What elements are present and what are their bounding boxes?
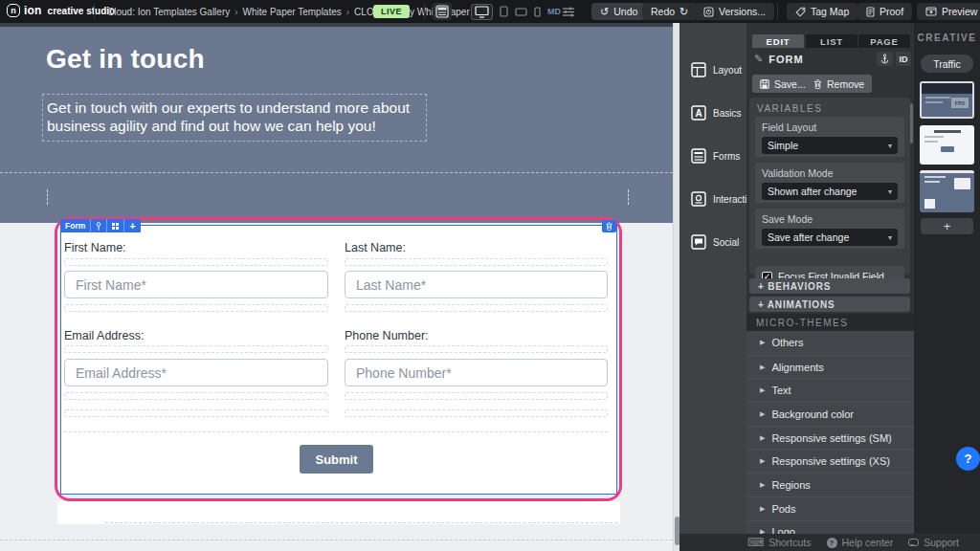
tool-forms[interactable]: Forms [691,148,740,164]
last-name-input[interactable] [345,271,608,298]
behaviors-collapse-bar[interactable]: + BEHAVIORS [749,278,910,294]
micro-theme-item[interactable]: ▶Responsive settings (SM) [746,426,914,450]
field-label[interactable]: Last Name: [345,241,406,254]
save-button[interactable]: Save... [752,75,813,93]
micro-theme-item[interactable]: ▶Background color [746,402,914,426]
submit-button[interactable]: Submit [300,445,373,474]
chevron-right-icon: ▶ [760,434,765,442]
tool-social[interactable]: Social [691,234,739,250]
undo-button[interactable]: ↺ Undo [591,3,646,20]
field-layout-select[interactable]: Simple ▾ [762,137,898,154]
page-thumbnail[interactable] [920,125,974,165]
preview-button[interactable]: Preview [917,3,980,20]
canvas-scrollbar[interactable] [673,23,679,551]
help-fab-button[interactable]: ? [956,447,980,471]
traffic-button[interactable]: Traffic [921,55,973,73]
desktop-device-icon[interactable] [471,4,493,20]
breadcrumb-item[interactable]: White Paper Templates [243,7,342,17]
save-mode-select[interactable]: Save after change ▾ [762,229,898,246]
settings-sliders-icon[interactable] [560,3,577,20]
versions-button[interactable]: Versions... [695,3,774,20]
keyboard-icon: ⌨ [747,536,764,549]
hero-heading[interactable]: Get in touch [46,44,205,75]
empty-slot[interactable] [64,304,328,312]
empty-slot[interactable] [345,304,608,312]
animations-collapse-bar[interactable]: + ANIMATIONS [749,297,910,312]
add-element-icon[interactable]: + [123,219,140,232]
hero-section[interactable]: Get in touch Get in touch with our exper… [0,23,673,223]
micro-theme-item[interactable]: ▶Pods [746,496,914,520]
micro-theme-item[interactable]: ▶Alignments [746,355,914,379]
form-element-tab[interactable]: Form + [60,219,141,232]
panel-toggle-icon[interactable] [433,3,452,20]
form-divider-dashed [64,431,608,432]
caret-down-icon: ▾ [888,233,892,242]
proof-button[interactable]: Proof [858,3,912,20]
tablet-device-icon[interactable] [500,6,508,17]
id-button[interactable]: ID [896,52,911,66]
field-label[interactable]: First Name: [64,241,126,254]
first-name-input[interactable] [64,271,328,298]
hero-paragraph[interactable]: Get in touch with our experts to underst… [42,94,427,142]
empty-slot[interactable] [345,392,608,400]
help-circle-icon: ? [827,538,837,548]
tab-page[interactable]: PAGE [858,34,910,48]
grid-icon[interactable] [106,219,123,232]
page-thumbnail[interactable] [920,170,974,212]
help-center-link[interactable]: ? Help center [827,537,894,548]
shortcuts-link[interactable]: ⌨ Shortcuts [747,536,812,549]
thumb-header [922,83,972,94]
micro-themes-header: MICRO-THEMES [746,314,914,331]
empty-slot[interactable] [345,258,608,266]
thumb-text-line [924,141,938,143]
chevron-right-icon: ▶ [760,481,765,489]
anchor-button[interactable] [877,52,893,66]
tool-layout[interactable]: Layout [691,62,742,77]
validation-mode-select[interactable]: Shown after change ▾ [762,183,898,200]
page-canvas: Get in touch Get in touch with our exper… [0,23,679,551]
breadcrumb-item[interactable]: CLOUD: Easy White Paper [354,7,470,17]
delete-element-button[interactable] [602,220,616,232]
tag-map-button[interactable]: Tag Map [787,3,858,20]
phone-input[interactable] [345,359,608,386]
breadcrumb: Cloud: Ion Templates Gallery › White Pap… [107,7,470,17]
caret-down-icon: ▾ [888,187,892,196]
pin-icon[interactable] [90,219,106,232]
phone-device-icon[interactable] [534,7,541,17]
breadcrumb-item[interactable]: Cloud: Ion Templates Gallery [107,7,230,17]
field-label[interactable]: Phone Number: [345,329,429,342]
empty-slot[interactable] [345,409,608,417]
tool-basics[interactable]: A Basics [691,105,741,121]
tab-list[interactable]: LIST [806,34,858,48]
email-input[interactable] [64,359,328,386]
micro-theme-item[interactable]: ▶Logo [746,520,914,535]
form-tab-label[interactable]: Form [60,219,90,232]
micro-theme-item[interactable]: ▶Regions [746,473,914,496]
empty-slot[interactable] [64,409,328,417]
field-label[interactable]: Email Address: [64,329,144,342]
panel-scrollbar-thumb[interactable] [910,103,913,143]
add-page-button[interactable]: + [921,218,973,234]
support-link[interactable]: Support [908,537,959,548]
micro-theme-item[interactable]: ▶Others [746,331,914,355]
undo-icon: ↺ [600,7,609,17]
app-logo[interactable]: n ion creative studio [7,4,115,17]
chevron-right-icon: ▶ [760,505,765,513]
tab-edit[interactable]: EDIT [752,34,804,48]
thumb-text-line [924,181,940,183]
logo-tagline: creative studio [48,6,116,16]
rename-pencil-icon[interactable]: ✎ [754,53,763,65]
page-thumbnail-selected[interactable]: FPO [920,81,974,119]
redo-button[interactable]: Redo ↻ [642,3,697,20]
micro-theme-item[interactable]: ▶Text [746,378,914,402]
tablet-landscape-device-icon[interactable] [515,8,527,16]
empty-slot[interactable] [345,345,608,353]
empty-slot[interactable] [64,345,328,353]
empty-slot[interactable] [64,258,328,266]
thumb-button-shape [941,146,954,152]
empty-slot[interactable] [64,392,328,400]
remove-button[interactable]: Remove [806,75,872,93]
editor-sidebar: Layout A Basics Forms Interactive Social… [679,23,980,551]
breakpoint-md-label[interactable]: MD [547,7,561,16]
micro-theme-item[interactable]: ▶Responsive settings (XS) [746,449,914,473]
